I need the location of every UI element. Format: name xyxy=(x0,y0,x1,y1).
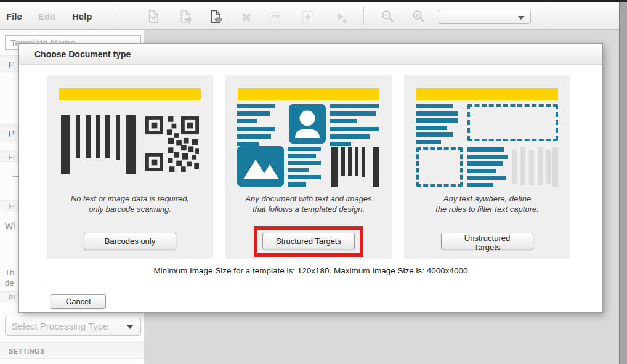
sidebar-field-label: FI xyxy=(9,203,15,210)
card-barcodes-only: No text or image data is required, only … xyxy=(47,75,213,259)
toolbar: File Edit Help ABC xyxy=(0,2,619,30)
sidebar-field-label: FI xyxy=(9,153,15,161)
avatar-graphic xyxy=(289,104,326,144)
image-size-note: Minimum Image Size for a template is: 12… xyxy=(19,266,602,275)
barcode-graphic xyxy=(61,115,136,174)
export-document-icon[interactable] xyxy=(178,9,194,25)
card-unstructured-targets: Any text aywhere, define the rules to fi… xyxy=(404,75,570,259)
sidebar-note-text: de xyxy=(5,278,14,288)
card-structured-targets: Any document with text and images that f… xyxy=(225,75,392,259)
zoom-out-icon[interactable] xyxy=(380,9,396,25)
menu-file[interactable]: File xyxy=(6,11,22,22)
yellow-header-graphic xyxy=(416,88,558,100)
dialog-title: Choose Document type xyxy=(34,49,131,59)
yellow-header-graphic xyxy=(238,88,379,100)
qr-code-graphic xyxy=(145,116,199,172)
chevron-down-icon xyxy=(127,325,133,329)
card-description: Any text aywhere, define the rules to fi… xyxy=(409,193,565,214)
dialog-footer-divider xyxy=(48,288,573,288)
sidebar-width-label: Wi xyxy=(5,221,15,231)
toolbar-separator xyxy=(544,7,544,25)
chevron-down-icon xyxy=(518,16,524,20)
text-lines-graphic xyxy=(288,147,321,187)
sidebar-section-label: F xyxy=(9,59,14,70)
menu-edit[interactable]: Edit xyxy=(38,11,55,22)
barcode-qr-graphic xyxy=(61,115,199,174)
validate-document-icon[interactable] xyxy=(145,9,161,25)
barcodes-only-button[interactable]: Barcodes only xyxy=(84,233,176,249)
delete-icon[interactable] xyxy=(238,9,254,25)
faded-barcode-graphic xyxy=(512,147,558,187)
ocr-text-region-icon[interactable]: ABC xyxy=(267,9,283,25)
processing-type-placeholder: Select Processing Type xyxy=(12,321,108,331)
toolbar-separator xyxy=(363,7,364,25)
add-region-icon[interactable] xyxy=(300,9,316,25)
menu-help[interactable]: Help xyxy=(72,11,92,22)
structured-targets-button[interactable]: Structured Targets xyxy=(262,233,355,249)
app-window: File Edit Help ABC xyxy=(0,0,627,364)
run-add-icon[interactable] xyxy=(332,9,348,25)
zoom-in-icon[interactable] xyxy=(411,9,427,25)
card-description: Any document with text and images that f… xyxy=(230,193,387,214)
choose-document-type-dialog: Choose Document type xyxy=(18,43,603,313)
text-lines-graphic xyxy=(237,104,275,146)
text-lines-graphic xyxy=(467,147,508,187)
barcode-graphic xyxy=(331,147,379,187)
text-lines-graphic xyxy=(416,104,466,144)
import-document-icon[interactable] xyxy=(208,9,224,25)
image-placeholder-graphic xyxy=(237,146,284,187)
window-edge-strip xyxy=(619,2,627,364)
cancel-button[interactable]: Cancel xyxy=(51,294,106,309)
card-description: No text or image data is required, only … xyxy=(52,193,208,214)
sidebar-settings-header[interactable]: SETTINGS xyxy=(0,342,144,359)
dashed-region-graphic xyxy=(467,104,558,141)
sidebar-section-label: P xyxy=(9,128,15,139)
document-type-cards: No text or image data is required, only … xyxy=(47,75,570,259)
unstructured-targets-button[interactable]: Unstructured Targets xyxy=(441,233,533,249)
yellow-header-graphic xyxy=(59,88,201,100)
zoom-level-select[interactable] xyxy=(439,10,531,24)
sidebar-note-text: Th xyxy=(5,268,14,277)
dashed-region-graphic xyxy=(416,147,463,187)
processing-type-select[interactable]: Select Processing Type xyxy=(5,317,141,336)
sidebar-field-label: PI xyxy=(9,294,15,301)
svg-text:ABC: ABC xyxy=(271,15,280,19)
dialog-header: Choose Document type xyxy=(19,44,602,65)
settings-label: SETTINGS xyxy=(9,347,45,355)
text-lines-graphic xyxy=(330,104,379,146)
toolbar-separator xyxy=(115,7,115,25)
